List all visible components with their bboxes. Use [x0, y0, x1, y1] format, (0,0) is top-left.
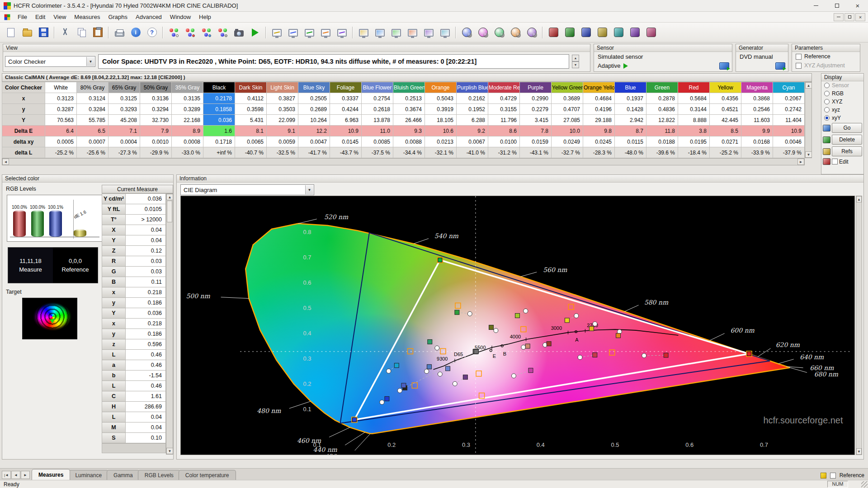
column-header-bluesky[interactable]: Blue Sky	[298, 82, 330, 93]
column-header-green[interactable]: Green	[646, 82, 678, 93]
cell-purple-dL[interactable]: -43.1 %	[520, 147, 552, 158]
cell-magenta-Y[interactable]: 11.603	[741, 115, 773, 126]
scroll-left-icon[interactable]: ◄	[2, 159, 9, 165]
gamut-3d-green-button[interactable]	[491, 25, 507, 40]
cell-purplishblue-dL[interactable]: -41.0 %	[457, 147, 488, 158]
column-header-bluishgreen[interactable]: Bluish Green	[393, 82, 425, 93]
column-header-red[interactable]: Red	[678, 82, 710, 93]
cell-gray65-Y[interactable]: 45.208	[108, 115, 140, 126]
cell-purplishblue-x[interactable]: 0.2162	[457, 93, 488, 104]
scroll-thumb[interactable]	[167, 201, 172, 222]
cell-gray35-x[interactable]: 0.3135	[172, 93, 203, 104]
view-gamma-button[interactable]	[301, 25, 317, 40]
measure-secondaries-button[interactable]	[198, 25, 214, 40]
cell-gray65-x[interactable]: 0.3125	[108, 93, 140, 104]
cell-yellowgreen-x[interactable]: 0.3689	[552, 93, 583, 104]
cell-gray35-Y[interactable]: 22.168	[172, 115, 203, 126]
display-radio-sensor[interactable]: Sensor	[821, 81, 863, 89]
menu-edit[interactable]: Edit	[31, 12, 49, 22]
tab-color-temperature[interactable]: Color temperature	[179, 470, 236, 480]
column-header-yellowgreen[interactable]: Yellow Green	[552, 82, 583, 93]
cell-green-dxy[interactable]: 0.0188	[646, 136, 678, 147]
cell-moderatered-dL[interactable]: -31.2 %	[488, 147, 520, 158]
current-measure-scrollbar[interactable]: ▲ ▼	[166, 193, 173, 455]
cell-gray50-x[interactable]: 0.3136	[140, 93, 172, 104]
cell-purplishblue-dE[interactable]: 9.2	[457, 126, 488, 136]
cell-purplishblue-Y[interactable]: 6.288	[457, 115, 488, 126]
menu-view[interactable]: View	[49, 12, 70, 22]
scroll-down-icon[interactable]: ▼	[856, 448, 862, 455]
cell-darkskin-y[interactable]: 0.3598	[235, 104, 267, 115]
cell-orangeyellow-dE[interactable]: 9.8	[583, 126, 615, 136]
cell-darkskin-dL[interactable]: -40.7 %	[235, 147, 267, 158]
tab-measures[interactable]: Measures	[32, 469, 70, 480]
refs-button[interactable]: Refs	[832, 146, 862, 156]
column-header-orangeyellow[interactable]: Orange Yellow	[583, 82, 615, 93]
column-header-lightskin[interactable]: Light Skin	[267, 82, 298, 93]
print-button[interactable]	[111, 25, 127, 40]
edit-checkbox[interactable]	[832, 159, 838, 164]
cell-orangeyellow-x[interactable]: 0.4684	[583, 93, 615, 104]
cell-foliage-dE[interactable]: 10.9	[330, 126, 362, 136]
cell-black-y[interactable]: 0.1858	[203, 104, 235, 115]
cell-foliage-Y[interactable]: 6.963	[330, 115, 362, 126]
save-file-button[interactable]	[35, 25, 52, 40]
cell-orange-dxy[interactable]: 0.0213	[425, 136, 457, 147]
information-selector[interactable]: CIE Diagram ▼	[180, 184, 314, 195]
cell-gray65-dE[interactable]: 7.1	[108, 126, 140, 136]
cell-yellowgreen-y[interactable]: 0.4707	[552, 104, 583, 115]
view-saturation-button[interactable]	[404, 25, 420, 40]
cell-magenta-x[interactable]: 0.3868	[741, 93, 773, 104]
cell-gray65-y[interactable]: 0.3293	[108, 104, 140, 115]
cell-green-x[interactable]: 0.2878	[646, 93, 678, 104]
paste-button[interactable]	[90, 25, 106, 40]
measure-primaries-button[interactable]	[182, 25, 198, 40]
cell-black-dE[interactable]: 1.6	[203, 126, 235, 136]
cell-moderatered-y[interactable]: 0.3155	[488, 104, 520, 115]
cell-bluesky-y[interactable]: 0.2689	[298, 104, 330, 115]
cell-gray65-dxy[interactable]: 0.0004	[108, 136, 140, 147]
preset-green-button[interactable]	[561, 25, 578, 40]
view-gamut-button[interactable]	[388, 25, 404, 40]
cell-gray80-dE[interactable]: 6.5	[77, 126, 108, 136]
column-header-magenta[interactable]: Magenta	[741, 82, 773, 93]
view-colortemp-button[interactable]	[372, 25, 388, 40]
column-header-purple[interactable]: Purple	[520, 82, 552, 93]
view-values-button[interactable]	[269, 25, 285, 40]
cut-button[interactable]	[57, 25, 73, 40]
tab-next-button[interactable]: ►	[21, 471, 30, 479]
cell-lightskin-x[interactable]: 0.3827	[267, 93, 298, 104]
cell-blue-dxy[interactable]: 0.0115	[615, 136, 646, 147]
cell-blue-x[interactable]: 0.1937	[615, 93, 646, 104]
cell-purple-x[interactable]: 0.2990	[520, 93, 552, 104]
cell-yellow-dxy[interactable]: 0.0271	[710, 136, 741, 147]
menu-window[interactable]: Window	[166, 12, 195, 22]
cell-red-Y[interactable]: 8.888	[678, 115, 710, 126]
cell-orangeyellow-Y[interactable]: 29.188	[583, 115, 615, 126]
status-reference-checkbox[interactable]	[830, 473, 836, 479]
cell-gray35-dL[interactable]: -33.0 %	[172, 147, 203, 158]
column-header-black[interactable]: Black	[203, 82, 235, 93]
new-file-button[interactable]	[3, 25, 19, 40]
column-header-white[interactable]: White	[45, 82, 77, 93]
cell-black-dL[interactable]: +inf %	[203, 147, 235, 158]
spinner-up-icon[interactable]: ▲	[572, 55, 579, 61]
cell-magenta-dxy[interactable]: 0.0168	[741, 136, 773, 147]
cell-darkskin-Y[interactable]: 5.431	[235, 115, 267, 126]
cell-yellow-dE[interactable]: 8.5	[710, 126, 741, 136]
cell-blue-y[interactable]: 0.1428	[615, 104, 646, 115]
cell-moderatered-Y[interactable]: 11.796	[488, 115, 520, 126]
column-header-gray80[interactable]: 80% Gray	[77, 82, 108, 93]
gamut-3d-purple-button[interactable]	[524, 25, 540, 40]
cell-blueflower-dxy[interactable]: 0.0085	[362, 136, 393, 147]
note-icon[interactable]	[821, 473, 826, 479]
cell-yellowgreen-dE[interactable]: 10.0	[552, 126, 583, 136]
cell-red-y[interactable]: 0.3144	[678, 104, 710, 115]
generator-config-icon[interactable]	[775, 62, 785, 70]
cell-gray50-dL[interactable]: -29.9 %	[140, 147, 172, 158]
xyz-adjustment-checkbox[interactable]	[796, 63, 802, 69]
cell-orange-x[interactable]: 0.5043	[425, 93, 457, 104]
cell-purple-dxy[interactable]: 0.0159	[520, 136, 552, 147]
cell-yellow-x[interactable]: 0.4356	[710, 93, 741, 104]
cell-red-dL[interactable]: -18.4 %	[678, 147, 710, 158]
